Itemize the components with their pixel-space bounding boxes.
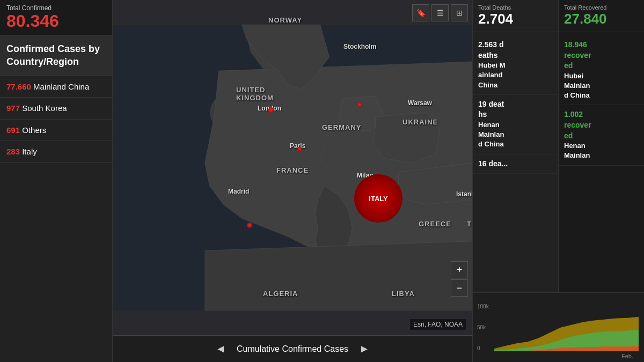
zoom-out-button[interactable]: −: [451, 279, 468, 297]
total-recovered-box: Total Recovered 27.840: [559, 0, 644, 32]
italy-hotspot: ITALY: [354, 174, 402, 223]
right-panel: Total Deaths 2.704 Total Recovered 27.84…: [472, 0, 644, 362]
others-count: 691: [6, 125, 20, 135]
sidebar-item-italy[interactable]: 283 Italy: [0, 141, 112, 163]
total-deaths-box: Total Deaths 2.704: [473, 0, 559, 32]
total-confirmed-box: Total Confirmed 80.346: [0, 0, 112, 35]
death-entry-hubei: 2.563 deaths Hubei MainlandChina: [473, 35, 558, 95]
south-korea-count: 977: [6, 104, 20, 113]
zoom-in-button[interactable]: +: [451, 261, 468, 278]
map-attribution: Esri, FAO, NOAA: [410, 319, 466, 330]
list-view-button[interactable]: ☰: [431, 4, 449, 21]
chart-x-feb: Feb.: [621, 353, 633, 359]
bookmark-button[interactable]: 🔖: [412, 4, 429, 21]
right-top-stats: Total Deaths 2.704 Total Recovered 27.84…: [473, 0, 644, 32]
hubei-recovered-region: HubeiMainland China: [564, 71, 639, 101]
prev-map-button[interactable]: ◄: [215, 343, 226, 355]
grid-view-button[interactable]: ⊞: [451, 4, 468, 21]
chart-area: 100k 50k 0 Feb.: [473, 292, 644, 362]
map-toolbar: 🔖 ☰ ⊞: [412, 4, 468, 21]
map-svg: [113, 0, 472, 335]
sidebar-item-others[interactable]: 691 Others: [0, 120, 112, 142]
total-confirmed-value: 80.346: [6, 12, 106, 31]
recovered-entry-henan: 1.002recovered HenanMainlan: [559, 105, 644, 165]
death-entry-partial: 16 dea...: [473, 154, 558, 174]
chart-y-100k: 100k: [477, 304, 489, 309]
death-entry-henan: 19 deaths HenanMainland China: [473, 95, 558, 154]
chart-y-axis: 100k 50k 0: [477, 304, 489, 351]
map-footer: ◄ Cumulative Confirmed Cases ►: [113, 335, 472, 362]
total-recovered-label: Total Recovered: [564, 4, 639, 11]
next-map-button[interactable]: ►: [359, 343, 370, 355]
mainland-china-count: 77.660: [6, 82, 31, 91]
hubei-death-count: 2.563 deaths: [478, 40, 553, 61]
chart-y-0: 0: [477, 345, 489, 351]
total-recovered-value: 27.840: [564, 11, 639, 27]
henan-recovered-region: HenanMainlan: [564, 141, 639, 160]
hubei-recovered-count: 18.946recovered: [564, 40, 639, 71]
deaths-list: 2.563 deaths Hubei MainlandChina 19 deat…: [473, 32, 559, 292]
right-middle: 2.563 deaths Hubei MainlandChina 19 deat…: [473, 32, 644, 292]
total-deaths-label: Total Deaths: [478, 4, 553, 11]
sidebar-item-south-korea[interactable]: 977 South Korea: [0, 98, 112, 120]
henan-death-count: 19 deaths: [478, 99, 553, 120]
total-confirmed-label: Total Confirmed: [6, 4, 106, 12]
map-zoom-controls: + −: [451, 261, 468, 298]
left-sidebar: Total Confirmed 80.346 Confirmed Cases b…: [0, 0, 113, 362]
partial-death-count: 16 dea...: [478, 159, 553, 169]
recovered-entry-hubei: 18.946recovered HubeiMainland China: [559, 35, 644, 105]
sidebar-item-mainland-china[interactable]: 77.660 Mainland China: [0, 76, 112, 98]
confirmed-cases-heading: Confirmed Cases by Country/Region: [0, 35, 112, 76]
map-container[interactable]: NORWAY UNITEDKINGDOM GERMANY FRANCE UKRA…: [113, 0, 472, 362]
italy-count: 283: [6, 147, 20, 156]
map-footer-title: Cumulative Confirmed Cases: [237, 344, 348, 354]
henan-death-region: HenanMainland China: [478, 120, 553, 150]
map-wrapper: NORWAY UNITEDKINGDOM GERMANY FRANCE UKRA…: [113, 0, 472, 335]
recovered-list: 18.946recovered HubeiMainland China 1.00…: [559, 32, 644, 292]
total-deaths-value: 2.704: [478, 11, 553, 27]
henan-recovered-count: 1.002recovered: [564, 109, 639, 141]
italy-hotspot-label: ITALY: [369, 195, 387, 203]
hubei-death-region: Hubei MainlandChina: [478, 61, 553, 90]
chart-y-50k: 50k: [477, 324, 489, 330]
trend-chart: [494, 298, 639, 351]
